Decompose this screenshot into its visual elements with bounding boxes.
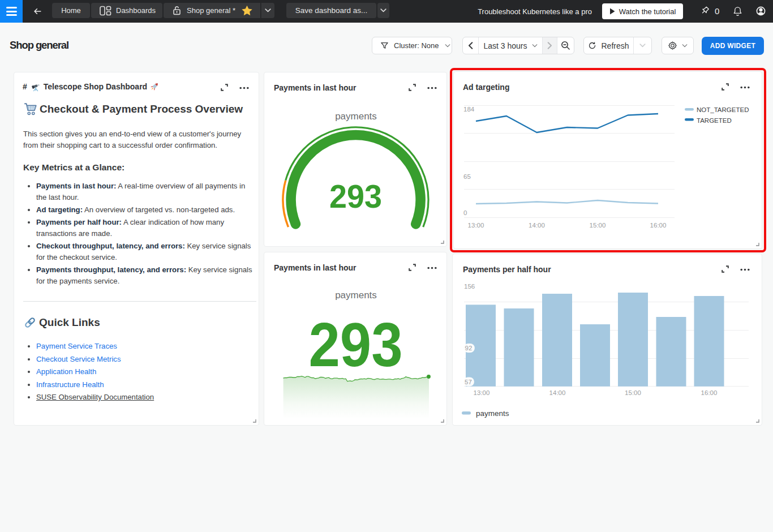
svg-text:16:00: 16:00 — [701, 389, 718, 396]
svg-text:14:00: 14:00 — [529, 222, 545, 229]
svg-text:payments: payments — [476, 409, 509, 418]
svg-text:NOT_TARGETED: NOT_TARGETED — [697, 106, 749, 113]
svg-text:TARGETED: TARGETED — [697, 117, 732, 124]
svg-text:14:00: 14:00 — [549, 389, 566, 396]
svg-text:57: 57 — [465, 379, 472, 385]
svg-text:92: 92 — [465, 345, 473, 351]
svg-text:0: 0 — [463, 209, 467, 216]
svg-text:13:00: 13:00 — [474, 389, 490, 396]
svg-text:15:00: 15:00 — [590, 222, 606, 229]
svg-text:184: 184 — [463, 106, 475, 113]
svg-text:293: 293 — [329, 178, 382, 214]
svg-text:16:00: 16:00 — [650, 222, 667, 229]
svg-text:156: 156 — [464, 283, 475, 290]
svg-text:65: 65 — [463, 173, 471, 180]
svg-text:293: 293 — [309, 310, 403, 379]
svg-text:13:00: 13:00 — [468, 222, 484, 229]
svg-text:15:00: 15:00 — [625, 389, 641, 396]
